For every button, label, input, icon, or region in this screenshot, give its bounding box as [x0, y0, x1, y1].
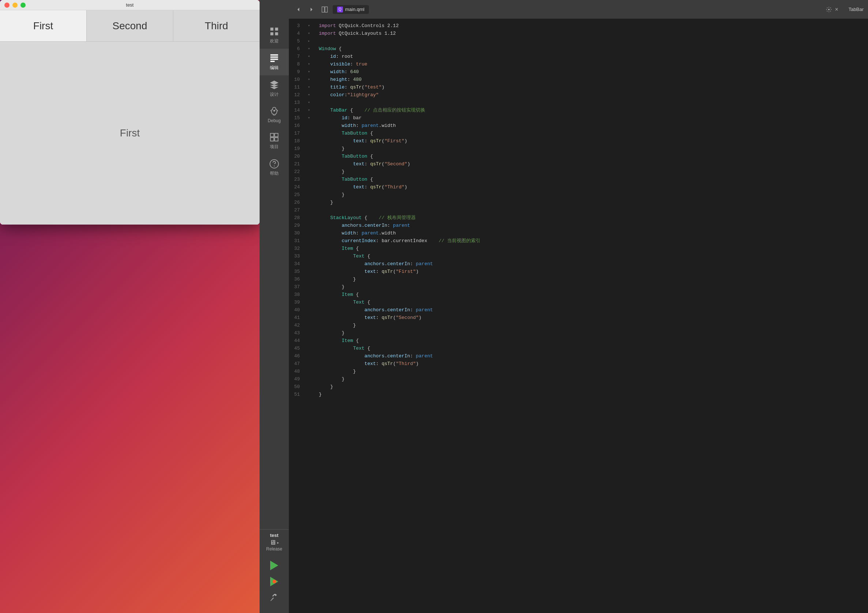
traffic-lights — [5, 3, 26, 8]
content-text: First — [120, 127, 140, 139]
close-button[interactable] — [5, 3, 9, 8]
grid-icon — [269, 26, 279, 37]
svg-rect-3 — [275, 32, 278, 35]
sidebar-label-help: 帮助 — [270, 171, 279, 177]
nav-forward-button[interactable] — [306, 5, 317, 15]
help-icon — [269, 159, 279, 169]
sidebar-label-welcome: 欢迎 — [270, 38, 279, 44]
qt-app-window: test First Second Third First — [0, 0, 260, 225]
split-view-button[interactable] — [319, 5, 330, 15]
debug-run-button[interactable] — [263, 574, 285, 590]
code-content[interactable]: import QtQuick.Controls 2.12import QtQui… — [315, 19, 868, 613]
sidebar-item-edit[interactable]: 编辑 — [260, 49, 289, 75]
hammer-icon — [269, 593, 279, 603]
build-button[interactable] — [263, 590, 285, 606]
svg-rect-11 — [322, 6, 325, 12]
svg-point-8 — [273, 110, 275, 112]
maximize-button[interactable] — [20, 3, 26, 8]
back-arrow-icon — [295, 6, 302, 13]
debug-icon — [269, 106, 279, 117]
split-icon — [321, 6, 328, 13]
sidebar-label-edit: 编辑 — [270, 65, 279, 71]
app-content-area: First — [0, 42, 260, 225]
build-target[interactable]: test 🖥 ▸ Release — [260, 529, 289, 554]
line-numbers: 3456789101112131415161718192021222324252… — [289, 19, 307, 613]
code-editor[interactable]: 3456789101112131415161718192021222324252… — [289, 19, 868, 613]
close-tab-button[interactable]: × — [835, 6, 838, 13]
tab-third[interactable]: Third — [173, 10, 260, 41]
sidebar-item-design[interactable]: 设计 — [260, 75, 289, 102]
qml-file-icon: Q — [337, 6, 343, 12]
svg-rect-0 — [271, 28, 273, 31]
svg-rect-6 — [271, 59, 278, 60]
arrow-icon: ▸ — [277, 540, 279, 545]
build-target-name: test — [270, 532, 278, 538]
play-icon — [270, 561, 278, 570]
svg-point-10 — [274, 166, 274, 166]
svg-rect-4 — [271, 54, 278, 56]
sidebar-item-debug[interactable]: Debug — [260, 102, 289, 128]
sidebar: 欢迎 编辑 设计 Debug 项目 — [260, 0, 289, 613]
app-tab-bar: First Second Third — [0, 10, 260, 42]
projects-icon — [269, 132, 279, 142]
sidebar-label-design: 设计 — [270, 92, 279, 98]
app-preview-panel: test First Second Third First — [0, 0, 260, 613]
svg-rect-12 — [325, 6, 328, 12]
minimize-button[interactable] — [12, 3, 17, 8]
editor-titlebar: Q main.qml × TabBar — [289, 0, 868, 19]
debug-play-icon — [270, 577, 278, 586]
tab-second[interactable]: Second — [87, 10, 173, 41]
svg-rect-7 — [271, 61, 275, 62]
svg-point-13 — [828, 9, 829, 10]
forward-arrow-icon — [308, 6, 315, 13]
file-tab[interactable]: Q main.qml — [333, 5, 369, 14]
computer-icon: 🖥 — [270, 539, 276, 546]
sidebar-item-projects[interactable]: 项目 — [260, 128, 289, 154]
qt-creator-panel: 欢迎 编辑 设计 Debug 项目 — [260, 0, 868, 613]
sidebar-item-welcome[interactable]: 欢迎 — [260, 22, 289, 49]
sidebar-bottom: test 🖥 ▸ Release — [260, 529, 289, 613]
svg-rect-5 — [271, 56, 278, 58]
sidebar-label-projects: 项目 — [270, 144, 279, 150]
app-title-bar: test — [0, 0, 260, 10]
tab-bar-label: TabBar — [849, 6, 863, 12]
build-config-label: Release — [266, 546, 282, 552]
sidebar-item-help[interactable]: 帮助 — [260, 154, 289, 181]
file-name: main.qml — [345, 6, 364, 12]
run-button[interactable] — [263, 557, 285, 574]
settings-icon — [826, 6, 832, 12]
fold-gutter: ▾▾▸▾▾▾▾▾▾▾▾▾▾ — [307, 19, 315, 613]
sidebar-label-debug: Debug — [268, 118, 281, 123]
edit-icon — [269, 53, 279, 63]
svg-rect-1 — [275, 28, 278, 31]
editor-area: Q main.qml × TabBar 34567891011121314151… — [289, 0, 868, 613]
window-title: test — [126, 2, 134, 8]
svg-rect-2 — [271, 32, 273, 35]
nav-back-button[interactable] — [293, 5, 304, 15]
editor-titlebar-right: × TabBar — [826, 6, 863, 13]
tab-first[interactable]: First — [0, 10, 87, 41]
design-icon — [269, 80, 279, 90]
